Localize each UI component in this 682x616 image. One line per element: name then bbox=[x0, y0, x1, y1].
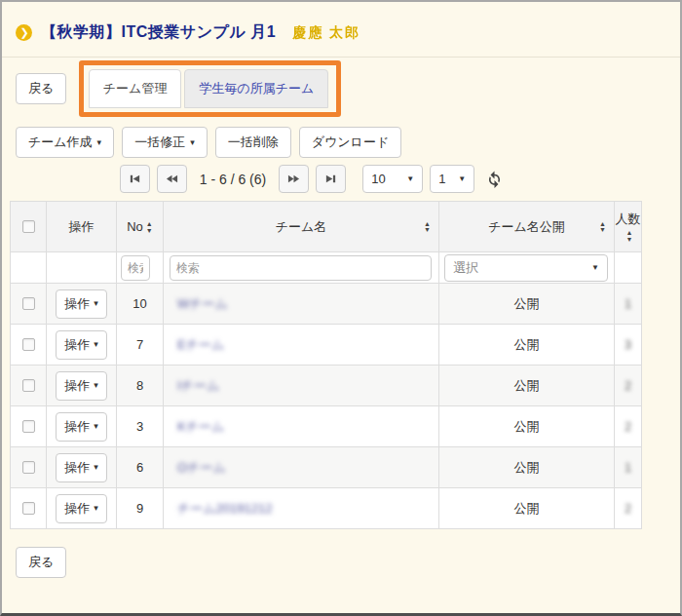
team-name-link[interactable]: Iチーム bbox=[177, 378, 219, 393]
team-name-link[interactable]: Wチーム bbox=[177, 296, 228, 311]
caret-down-icon: ▾ bbox=[94, 299, 98, 308]
row-no: 6 bbox=[117, 447, 164, 488]
row-no: 8 bbox=[117, 366, 164, 406]
member-count: 2 bbox=[625, 420, 631, 434]
row-no: 9 bbox=[117, 488, 164, 529]
team-name-filter-input[interactable] bbox=[170, 255, 432, 281]
member-count: 2 bbox=[625, 379, 631, 393]
member-count: 3 bbox=[625, 338, 631, 352]
first-page-button[interactable] bbox=[120, 165, 150, 193]
col-header-name-public[interactable]: チーム名公開 ▲▼ bbox=[439, 202, 615, 252]
no-filter-input[interactable] bbox=[121, 255, 150, 281]
member-count: 2 bbox=[625, 502, 631, 516]
caret-down-icon: ▾ bbox=[94, 463, 98, 472]
member-count: 1 bbox=[625, 461, 631, 475]
tab-team-management[interactable]: チーム管理 bbox=[89, 69, 182, 108]
page-number-select[interactable]: 1 ▼ bbox=[430, 165, 474, 193]
col-header-team-name[interactable]: チーム名 ▲▼ bbox=[164, 202, 439, 252]
row-checkbox[interactable] bbox=[22, 461, 35, 474]
visibility-value: 公開 bbox=[439, 447, 615, 488]
sort-icon[interactable]: ▲▼ bbox=[424, 220, 431, 233]
back-button-label: 戻る bbox=[28, 80, 54, 97]
teams-table: 操作 No▲▼ チーム名 ▲▼ チーム名公開 ▲▼ 人数▲▼ bbox=[10, 201, 642, 529]
table-row: 操作▾ 9 チーム20191212 公開 2 bbox=[11, 488, 642, 529]
page: ❯ 【秋学期】ITC授業サンプル 月1 慶應 太郎 戻る チーム管理 学生毎の所… bbox=[2, 2, 680, 613]
table-row: 操作▾ 3 Kチーム 公開 2 bbox=[11, 406, 642, 447]
sort-icon[interactable]: ▲▼ bbox=[599, 220, 606, 233]
caret-down-icon: ▾ bbox=[94, 340, 98, 349]
table-row: 操作▾ 8 Iチーム 公開 2 bbox=[11, 366, 642, 406]
tab-label: チーム管理 bbox=[103, 81, 168, 96]
row-checkbox[interactable] bbox=[22, 420, 35, 433]
row-no: 3 bbox=[117, 406, 164, 447]
table-row: 操作▾ 7 Eチーム 公開 3 bbox=[11, 325, 642, 366]
create-team-button[interactable]: チーム作成 ▾ bbox=[16, 127, 114, 158]
visibility-value: 公開 bbox=[439, 325, 615, 366]
row-action-button[interactable]: 操作▾ bbox=[56, 412, 107, 442]
filter-row: 選択 ▼ bbox=[11, 252, 642, 284]
row-action-button[interactable]: 操作▾ bbox=[56, 494, 107, 523]
table-row: 操作▾ 6 Oチーム 公開 1 bbox=[11, 447, 642, 488]
refresh-button[interactable] bbox=[485, 170, 504, 188]
step-backward-icon bbox=[129, 173, 141, 185]
pagination: 1 - 6 / 6 (6) 10 ▼ 1 ▼ bbox=[2, 165, 680, 193]
visibility-value: 公開 bbox=[439, 284, 615, 325]
visibility-value: 公開 bbox=[439, 406, 615, 447]
row-no: 7 bbox=[117, 325, 164, 366]
last-page-button[interactable] bbox=[316, 165, 346, 193]
refresh-icon bbox=[485, 170, 504, 188]
row-checkbox[interactable] bbox=[22, 379, 35, 392]
col-header-no[interactable]: No▲▼ bbox=[117, 202, 164, 252]
row-checkbox[interactable] bbox=[22, 338, 35, 351]
toolbar: チーム作成 ▾ 一括修正 ▾ 一括削除 ダウンロード bbox=[16, 127, 680, 158]
fast-backward-icon bbox=[166, 173, 178, 185]
select-arrow-icon: ▼ bbox=[406, 174, 414, 183]
row-action-button[interactable]: 操作▾ bbox=[56, 453, 107, 482]
table-row: 操作▾ 10 Wチーム 公開 1 bbox=[11, 284, 642, 325]
row-action-button[interactable]: 操作▾ bbox=[56, 330, 107, 360]
visibility-filter-select[interactable]: 選択 ▼ bbox=[444, 254, 608, 282]
tab-teams-per-student[interactable]: 学生毎の所属チーム bbox=[184, 69, 328, 108]
member-count: 1 bbox=[625, 297, 631, 311]
sort-icon[interactable]: ▲▼ bbox=[146, 221, 153, 234]
bulk-edit-button[interactable]: 一括修正 ▾ bbox=[122, 127, 208, 158]
row-no: 10 bbox=[117, 284, 164, 325]
tab-bar: チーム管理 学生毎の所属チーム bbox=[89, 69, 329, 108]
caret-down-icon: ▾ bbox=[94, 422, 98, 431]
sort-icon[interactable]: ▲▼ bbox=[626, 230, 633, 243]
team-name-link[interactable]: Kチーム bbox=[177, 419, 224, 434]
download-button[interactable]: ダウンロード bbox=[299, 127, 402, 158]
caret-down-icon: ▾ bbox=[97, 138, 102, 147]
bulk-delete-button[interactable]: 一括削除 bbox=[215, 127, 291, 158]
col-header-members[interactable]: 人数▲▼ bbox=[615, 202, 642, 252]
tab-highlight-annotation: チーム管理 学生毎の所属チーム bbox=[79, 60, 342, 117]
back-button-bottom[interactable]: 戻る bbox=[16, 547, 66, 578]
row-action-button[interactable]: 操作▾ bbox=[56, 289, 107, 319]
team-name-link[interactable]: Oチーム bbox=[177, 460, 226, 475]
select-all-checkbox[interactable] bbox=[22, 220, 35, 233]
select-arrow-icon: ▼ bbox=[458, 174, 466, 183]
back-button-top[interactable]: 戻る bbox=[16, 73, 66, 104]
step-forward-icon bbox=[324, 173, 337, 185]
back-button-label: 戻る bbox=[28, 554, 54, 571]
team-name-link[interactable]: Eチーム bbox=[177, 337, 224, 352]
page-header: ❯ 【秋学期】ITC授業サンプル 月1 慶應 太郎 bbox=[2, 2, 680, 58]
select-arrow-icon: ▼ bbox=[591, 263, 599, 272]
chevron-right-circle-icon: ❯ bbox=[16, 24, 32, 41]
fast-forward-icon bbox=[287, 173, 300, 185]
prev-page-button[interactable] bbox=[157, 165, 187, 193]
page-size-select[interactable]: 10 ▼ bbox=[362, 165, 423, 193]
next-page-button[interactable] bbox=[279, 165, 309, 193]
user-name-link[interactable]: 慶應 太郎 bbox=[292, 24, 360, 42]
tab-label: 学生毎の所属チーム bbox=[199, 81, 314, 96]
caret-down-icon: ▾ bbox=[94, 504, 98, 513]
team-name-link[interactable]: チーム20191212 bbox=[177, 501, 272, 516]
visibility-value: 公開 bbox=[439, 366, 615, 406]
caret-down-icon: ▾ bbox=[94, 381, 98, 390]
col-header-action: 操作 bbox=[47, 202, 117, 252]
row-checkbox[interactable] bbox=[22, 502, 35, 515]
row-checkbox[interactable] bbox=[22, 297, 35, 310]
page-title: 【秋学期】ITC授業サンプル 月1 bbox=[41, 22, 276, 43]
visibility-value: 公開 bbox=[439, 488, 615, 529]
row-action-button[interactable]: 操作▾ bbox=[56, 371, 107, 401]
